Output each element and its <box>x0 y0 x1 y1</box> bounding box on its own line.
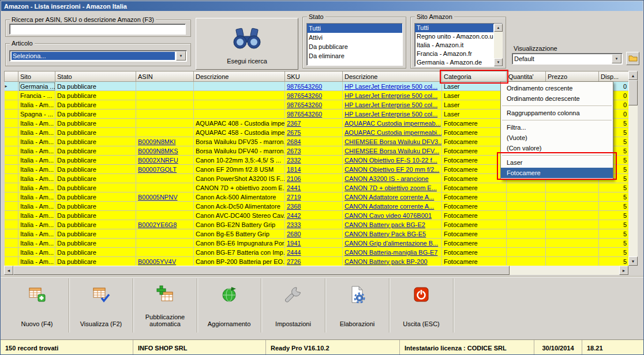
cell-descrizione-amazon[interactable]: AQUAPAC Custodia impermeab... <box>343 119 442 128</box>
cell-descrizione-amazon[interactable]: CANON Grip d'alimentazione B... <box>343 239 442 248</box>
cell-categoria[interactable]: Fotocamere <box>442 211 507 220</box>
cell-descrizione[interactable]: AQUAPAC 408 - Custodia impe... <box>194 119 285 128</box>
cell-categoria[interactable]: Fotocamere <box>442 156 507 165</box>
table-row[interactable]: Italia - Am...Da pubblicareB00005YV4VCan… <box>5 257 629 266</box>
sku-link[interactable]: 2684 <box>287 138 301 145</box>
cell-disp[interactable]: 5 <box>599 220 629 229</box>
cell-prezzo[interactable] <box>546 239 599 248</box>
cell-descrizione[interactable]: Canon Ack-500 Alimentatore <box>194 192 285 202</box>
cell-quantita[interactable] <box>507 229 546 239</box>
cell-asin[interactable] <box>136 119 194 128</box>
cell-asin[interactable] <box>136 202 194 211</box>
horizontal-scroll-thumb[interactable] <box>13 266 510 275</box>
cell-asin[interactable] <box>136 183 194 192</box>
descrizione-amazon-link[interactable]: CANON Battery pack BP-200 <box>345 258 428 265</box>
asin-link[interactable]: B00005NPNV <box>138 194 178 201</box>
cell-sku[interactable]: 2726 <box>285 257 343 266</box>
cell-asin[interactable] <box>136 174 194 183</box>
grid-vertical-scrollbar[interactable]: ▲ ▼ <box>628 71 638 266</box>
cell-disp[interactable]: 5 <box>599 183 629 192</box>
cell-descrizione-amazon[interactable]: CHIEMSEE Borsa Wailuku DFV3... <box>343 137 442 146</box>
descrizione-amazon-link[interactable]: CANON Battery Pack BG-E5 <box>345 231 426 237</box>
descrizione-amazon-link[interactable]: CANON Batteria-maniglia BG-E7 <box>345 249 437 256</box>
sku-link[interactable]: 1814 <box>287 166 301 173</box>
cell-indicator[interactable] <box>5 239 18 248</box>
cell-indicator[interactable] <box>5 137 18 146</box>
cell-stato[interactable]: Da pubblicare <box>55 211 136 220</box>
cell-categoria[interactable]: Fotocamere <box>442 137 507 146</box>
esegui-ricerca-button[interactable]: Esegui ricerca <box>196 18 298 70</box>
cell-prezzo[interactable] <box>546 257 599 266</box>
cell-indicator[interactable] <box>5 146 18 156</box>
asin-link[interactable]: B0009N8MKI <box>138 138 175 145</box>
sku-link[interactable]: 2680 <box>287 231 301 237</box>
cell-sito[interactable]: Italia - Am... <box>18 165 55 174</box>
toolbar-button-nuovo-f4[interactable]: Nuovo (F4) <box>5 278 69 333</box>
scroll-left-icon[interactable]: ◄ <box>4 266 13 275</box>
descrizione-amazon-link[interactable]: AQUAPAC Custodia impermeab... <box>345 120 441 127</box>
descrizione-amazon-link[interactable]: CANON 7D + obiettivo zoom E... <box>345 184 437 191</box>
cell-descrizione[interactable] <box>194 100 285 109</box>
sito-option-italia-amazon-it[interactable]: Italia - Amazon.it <box>415 41 493 50</box>
cell-sito[interactable]: Italia - Am... <box>18 192 55 202</box>
visualizzazione-combobox[interactable]: Default ▼ <box>512 53 623 65</box>
cell-descrizione[interactable]: Canon BG-E2N Battery Grip <box>194 220 285 229</box>
cell-sku[interactable]: 2442 <box>285 211 343 220</box>
scroll-down-icon[interactable]: ▼ <box>628 256 638 266</box>
table-row[interactable]: Italia - Am...Da pubblicareCANON 7D + ob… <box>5 183 629 192</box>
table-row[interactable]: Italia - Am...Da pubblicareCanon Ack-Dc5… <box>5 202 629 211</box>
cell-disp[interactable]: 5 <box>599 192 629 202</box>
cell-descrizione-amazon[interactable]: CANON Adattatore corrente A... <box>343 202 442 211</box>
cell-disp[interactable]: 5 <box>599 239 629 248</box>
sku-link[interactable]: 2673 <box>287 148 301 154</box>
sito-option-francia-amazon-fr[interactable]: Francia - Amazon.fr <box>415 50 493 58</box>
asin-link[interactable]: B0009N8MKS <box>138 148 178 154</box>
cell-descrizione-amazon[interactable]: AQUAPAC Custodia impermeabi... <box>343 128 442 137</box>
cell-stato[interactable]: Da pubblicare <box>55 229 136 239</box>
cell-disp[interactable]: 5 <box>599 257 629 266</box>
descrizione-amazon-link[interactable]: HP LaserJet Enterprise 500 col... <box>345 92 437 99</box>
cell-asin[interactable]: B0009N8MKS <box>136 146 194 156</box>
toolbar-button-pubblicazione-automatica[interactable]: Pubblicazione automatica <box>133 278 197 333</box>
menu-item-raggruppamento-colonna[interactable]: Raggruppamento colonna <box>501 108 613 118</box>
cell-sku[interactable]: 2675 <box>285 128 343 137</box>
cell-descrizione-amazon[interactable]: CANON Cavo video 4076B001 <box>343 211 442 220</box>
cell-stato[interactable]: Da pubblicare <box>55 91 136 100</box>
cell-categoria[interactable]: Fotocamere <box>442 202 507 211</box>
cell-asin[interactable]: B00005YV4V <box>136 257 194 266</box>
cell-descrizione[interactable]: Canon BG-E6 Impugnatura Por... <box>194 239 285 248</box>
table-row[interactable]: Italia - Am...Da pubblicareB00005NPNVCan… <box>5 192 629 202</box>
sku-link[interactable]: 2726 <box>287 258 301 265</box>
cell-descrizione[interactable]: Canon EF 20mm f/2.8 USM <box>194 165 285 174</box>
cell-descrizione[interactable] <box>194 82 285 91</box>
cell-indicator[interactable] <box>5 202 18 211</box>
cell-categoria[interactable]: Fotocamere <box>442 220 507 229</box>
cell-descrizione[interactable]: Borsa Wailuku DFV35 - marron... <box>194 137 285 146</box>
descrizione-amazon-link[interactable]: HP LaserJet Enterprise 500 col... <box>345 83 437 90</box>
descrizione-amazon-link[interactable]: AQUAPAC Custodia impermeabi... <box>345 129 442 136</box>
cell-categoria[interactable]: Laser <box>442 82 507 91</box>
cell-descrizione[interactable]: Canon PowerShot A3200 IS F... <box>194 174 285 183</box>
toolbar-button-visualizza-f2[interactable]: Visualizza (F2) <box>69 278 133 333</box>
open-view-folder-button[interactable] <box>626 52 639 65</box>
sku-link[interactable]: 2675 <box>287 129 301 136</box>
menu-item-ordinamento-crescente[interactable]: Ordinamento crescente <box>501 83 613 93</box>
grid-header-categoria[interactable]: Categoria <box>442 71 507 82</box>
grid-header-descrizione[interactable]: Descrizione <box>194 71 285 82</box>
cell-stato[interactable]: Da pubblicare <box>55 239 136 248</box>
vertical-scroll-thumb[interactable] <box>628 80 638 105</box>
cell-categoria[interactable]: Fotocamere <box>442 183 507 192</box>
cell-descrizione[interactable]: Canon AVC-DC400 Stereo Cav... <box>194 211 285 220</box>
cell-descrizione-amazon[interactable]: CANON A3200 IS - arancione <box>343 174 442 183</box>
toolbar-button-aggiornamento[interactable]: Aggiornamento <box>197 278 261 333</box>
cell-categoria[interactable]: Fotocamere <box>442 174 507 183</box>
sito-amazon-listbox[interactable]: TuttiRegno unito - Amazon.co.uItalia - A… <box>414 23 503 67</box>
cell-descrizione-amazon[interactable]: CANON Battery Pack BG-E5 <box>343 229 442 239</box>
cell-indicator[interactable] <box>5 156 18 165</box>
cell-indicator[interactable] <box>5 100 18 109</box>
cell-asin[interactable] <box>136 128 194 137</box>
cell-asin[interactable] <box>136 91 194 100</box>
cell-sku[interactable]: 2673 <box>285 146 343 156</box>
descrizione-amazon-link[interactable]: CANON Obiettivo EF 20 mm f/2... <box>345 166 439 173</box>
descrizione-amazon-link[interactable]: CHIEMSEE Borsa Wailuku DFV3... <box>345 138 442 145</box>
